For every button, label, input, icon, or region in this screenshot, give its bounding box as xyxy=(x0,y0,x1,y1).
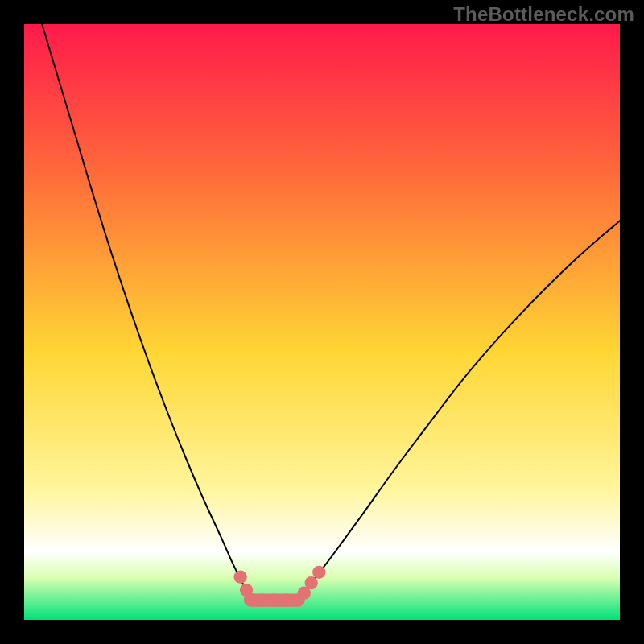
highlight-dot xyxy=(279,593,292,606)
bottleneck-curve-chart xyxy=(24,24,620,620)
highlight-dot xyxy=(244,593,257,606)
chart-stage: TheBottleneck.com xyxy=(0,0,644,644)
highlight-dot xyxy=(312,566,325,579)
watermark-text: TheBottleneck.com xyxy=(453,3,634,26)
highlight-dot xyxy=(305,576,318,589)
highlight-dot xyxy=(233,571,246,584)
highlight-dot xyxy=(256,593,269,606)
highlight-dot xyxy=(268,593,281,606)
plot-background xyxy=(24,24,620,620)
